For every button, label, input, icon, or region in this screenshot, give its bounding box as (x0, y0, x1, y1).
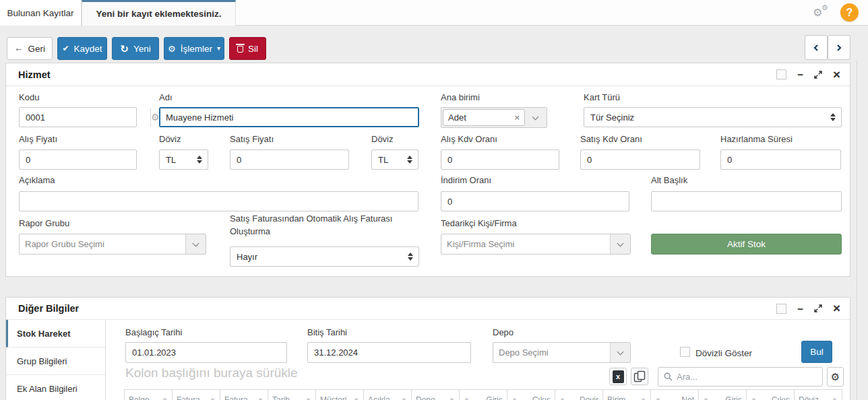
aciklama-input[interactable] (19, 191, 418, 211)
grid-column-header[interactable]: ▼Giriş (699, 390, 747, 400)
side-tab-grup-bilgileri[interactable]: Grup Bilgileri (6, 347, 105, 375)
dropdown-toggle[interactable] (185, 234, 206, 254)
grid-column-header[interactable]: Tarih▼ (268, 390, 316, 400)
filter-caret-icon[interactable]: ▼ (512, 397, 518, 400)
alis-fiyati-label: Alış Fiyatı (19, 134, 57, 144)
filter-caret-icon[interactable]: ▼ (559, 397, 565, 400)
grid-column-header[interactable]: ▼Devir (555, 390, 603, 400)
filter-caret-icon[interactable]: ▼ (353, 397, 359, 400)
filter-caret-icon[interactable]: ▼ (305, 397, 311, 400)
excel-export-button[interactable]: x (609, 368, 627, 385)
grid-column-header[interactable]: Birim▼ (603, 390, 651, 400)
filter-caret-icon[interactable]: ▼ (703, 397, 709, 400)
hizmet-panel: Hizmet − × Kodu ⚙ Adı Ana birimi Adet × (5, 63, 850, 277)
back-button[interactable]: ← Geri (7, 37, 53, 60)
panel-close-icon[interactable]: × (833, 304, 840, 313)
panel-checkbox[interactable] (776, 304, 786, 314)
tedarikci-combobox[interactable]: Kişi/Firma Seçimi (441, 234, 631, 255)
grid-column-header[interactable]: Depo▼ (412, 390, 460, 400)
filter-caret-icon[interactable]: ▼ (210, 397, 216, 400)
tab-yeni-kayit[interactable]: Yeni bir kayıt eklemektesiniz. (82, 0, 236, 26)
bitis-tarihi-input[interactable] (307, 342, 471, 363)
filter-caret-icon[interactable]: ▼ (257, 397, 264, 400)
panel-collapse-icon[interactable]: − (797, 303, 803, 314)
indirim-input[interactable] (441, 191, 629, 211)
grid-column-header[interactable]: Fatura▼ (173, 390, 220, 400)
panel-close-icon[interactable]: × (833, 70, 840, 79)
doviz-alis-select[interactable]: TL (159, 149, 208, 170)
filter-caret-icon[interactable]: ▼ (449, 397, 455, 400)
dovizli-goster-checkbox[interactable] (680, 347, 690, 357)
otomatik-fatura-select[interactable]: Hayır (230, 246, 419, 267)
dropdown-toggle[interactable] (610, 234, 630, 254)
filter-caret-icon[interactable]: ▼ (464, 397, 470, 400)
kodu-input[interactable] (20, 108, 150, 127)
check-icon: ✔ (62, 44, 69, 53)
aktif-stok-button[interactable]: Aktif Stok (651, 234, 842, 255)
grid-column-header[interactable]: ▼Net (651, 390, 699, 400)
operations-button[interactable]: ⚙ İşlemler ▾ (164, 37, 224, 60)
clear-icon[interactable]: × (514, 112, 520, 123)
panel-checkbox[interactable] (776, 69, 786, 79)
grid-column-header[interactable]: Açıkla▼ (364, 390, 412, 400)
grid-column-header[interactable]: Belge▼ (125, 390, 173, 400)
next-record-button[interactable] (828, 35, 850, 60)
doviz-satis-select[interactable]: TL (371, 149, 418, 170)
grid-column-label: Döviz (799, 395, 819, 400)
ana-birimi-combobox[interactable]: Adet × (441, 107, 547, 128)
filter-caret-icon[interactable]: ▼ (162, 397, 168, 400)
side-tab-list: Stok Hareket Grup Bilgileri Ek Alan Bilg… (6, 320, 106, 400)
grid-column-header[interactable]: Müşteri▼ (316, 390, 364, 400)
side-tab-stok-hareket[interactable]: Stok Hareket (6, 320, 105, 347)
adi-input[interactable] (159, 107, 419, 127)
bul-button[interactable]: Bul (801, 341, 832, 363)
delete-button[interactable]: Sil (229, 37, 266, 60)
grid-column-label: Fatura (224, 395, 248, 400)
rapor-grubu-combobox[interactable]: Rapor Grubu Seçimi (19, 234, 206, 255)
side-tab-ek-alan-bilgileri[interactable]: Ek Alan Bilgileri (6, 375, 105, 400)
grid-search-box[interactable] (658, 367, 823, 387)
grid-column-header[interactable]: ▼Çıkış (747, 390, 795, 400)
panel-collapse-icon[interactable]: − (797, 69, 803, 80)
kart-turu-select[interactable]: Tür Seçiniz (584, 107, 842, 127)
aciklama-label: Açıklama (19, 175, 55, 185)
dropdown-toggle[interactable] (610, 343, 630, 362)
kodu-gear-button[interactable]: ⚙ (150, 108, 160, 127)
alis-kdv-input[interactable] (441, 149, 559, 170)
satis-fiyati-input[interactable] (230, 149, 349, 170)
grid-column-header[interactable]: ▼Giriş (460, 390, 507, 400)
hazirlanma-input[interactable] (720, 149, 841, 170)
dropdown-toggle[interactable] (525, 109, 545, 126)
bitis-tarihi-label: Bitiş Tarihi (307, 327, 347, 337)
grid-column-label: Belge (129, 395, 150, 400)
grid-column-header[interactable]: ▼Çıkış (507, 390, 555, 400)
panel-expand-icon[interactable] (814, 71, 822, 79)
save-button[interactable]: ✔ Kaydet (57, 37, 107, 60)
satis-kdv-input[interactable] (580, 149, 700, 170)
alt-baslik-input[interactable] (651, 191, 842, 211)
help-icon[interactable]: ? (840, 3, 859, 22)
app-window: Bulunan Kayıtlar Yeni bir kayıt eklemekt… (0, 0, 868, 400)
grid-search-input[interactable] (677, 372, 817, 382)
panel-expand-icon[interactable] (814, 304, 822, 312)
kart-turu-label: Kart Türü (584, 92, 620, 102)
grid-column-header[interactable]: Fatura▼ (220, 390, 268, 400)
scrollbar-track[interactable] (857, 61, 857, 400)
filter-caret-icon[interactable]: ▼ (640, 397, 646, 400)
column-chooser-button[interactable] (631, 368, 648, 385)
alis-fiyati-input[interactable] (19, 149, 137, 170)
grid-settings-button[interactable]: ⚙ (827, 367, 844, 387)
filter-caret-icon[interactable]: ▼ (655, 397, 661, 400)
grid-column-label: Giriş (486, 395, 503, 400)
chevron-down-icon (193, 240, 199, 246)
tab-bulunan-kayitlar[interactable]: Bulunan Kayıtlar (0, 0, 82, 26)
new-button[interactable]: ↻ Yeni (112, 37, 159, 60)
depo-combobox[interactable]: Depo Seçimi (493, 342, 631, 363)
grid-column-header[interactable]: Döviz▼ (795, 390, 842, 400)
filter-caret-icon[interactable]: ▼ (401, 397, 407, 400)
gears-icon[interactable]: ⚙⚙ (813, 5, 833, 21)
filter-caret-icon[interactable]: ▼ (751, 397, 757, 400)
baslangic-tarihi-input[interactable] (125, 342, 287, 363)
filter-caret-icon[interactable]: ▼ (832, 397, 838, 400)
prev-record-button[interactable] (805, 35, 828, 60)
